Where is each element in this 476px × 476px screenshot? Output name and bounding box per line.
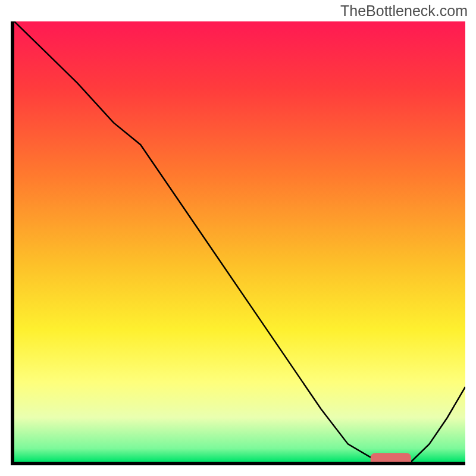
watermark-text: TheBottleneck.com <box>340 2 468 20</box>
optimal-range-marker <box>371 453 411 462</box>
plot-area <box>14 21 465 462</box>
chart-svg <box>14 21 465 462</box>
chart-container: TheBottleneck.com <box>0 0 476 476</box>
